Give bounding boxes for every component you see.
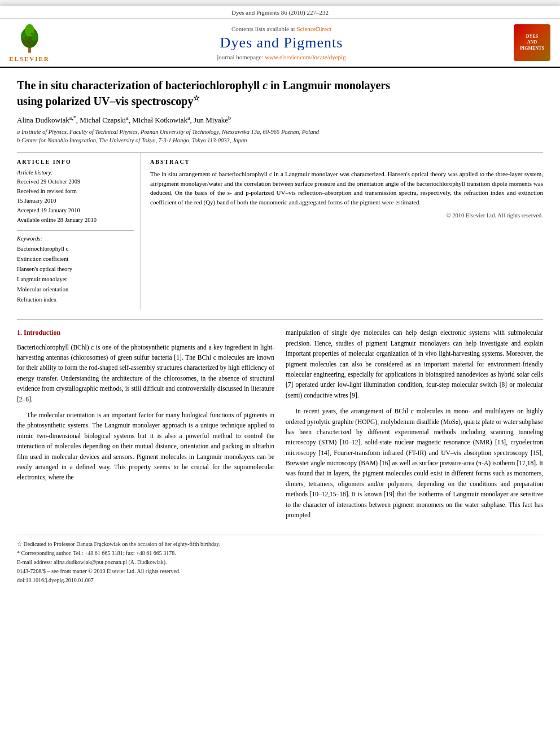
date-received1: Received 29 October 2009 Received in rev… (17, 177, 134, 225)
citation-text: Dyes and Pigments 86 (2010) 227–232 (231, 9, 329, 16)
affil-a: a Institute of Physics, Faculty of Techn… (17, 128, 543, 137)
abstract-text: The in situ arrangement of bacteriochlor… (150, 169, 543, 207)
footnotes: ☆ Dedicated to Professor Danuta Frąckowi… (17, 535, 543, 585)
article-info-heading: ARTICLE INFO (17, 159, 134, 165)
elsevier-tree-icon (14, 23, 45, 54)
journal-center: Contents lists available at ScienceDirec… (58, 23, 505, 62)
body-right-column: manipulation of single dye molecules can… (286, 327, 543, 526)
section-divider (17, 319, 543, 320)
body-para-3: manipulation of single dye molecules can… (286, 327, 543, 400)
svg-point-5 (25, 37, 27, 38)
journal-homepage-line: journal homepage: www.elsevier.com/locat… (217, 54, 345, 60)
article-content: The in situ characterization of bacterio… (0, 68, 560, 596)
article-info-column: ARTICLE INFO Article history: Received 2… (17, 153, 141, 310)
article-title: The in situ characterization of bacterio… (17, 78, 543, 109)
svg-point-4 (25, 24, 34, 37)
elsevier-label-text: ELSEVIER (9, 55, 50, 62)
sciencedirect-link[interactable]: ScienceDirect (296, 25, 331, 32)
sciencedirect-line: Contents lists available at ScienceDirec… (231, 25, 331, 32)
body-para-1: Bacteriochlorophyll (BChl) c is one of t… (17, 342, 274, 404)
journal-homepage-link[interactable]: www.elsevier.com/locate/dyepig (265, 54, 345, 60)
footnote-star: ☆ Dedicated to Professor Danuta Frąckowi… (17, 540, 543, 549)
body-para-2: The molecular orientation is an importan… (17, 410, 274, 483)
info-abstract-section: ARTICLE INFO Article history: Received 2… (17, 152, 543, 310)
journal-logo-right: DYES AND PIGMENTS (511, 23, 553, 62)
svg-point-6 (31, 33, 33, 34)
journal-header: ELSEVIER Contents lists available at Sci… (0, 19, 560, 68)
section1-heading: 1. Introduction (17, 327, 274, 338)
page: Dyes and Pigments 86 (2010) 227–232 ELSE… (0, 6, 560, 747)
affiliations: a Institute of Physics, Faculty of Techn… (17, 128, 543, 145)
footnote-issn: 0143-7208/$ – see front matter © 2010 El… (17, 567, 543, 576)
journal-title: Dyes and Pigments (220, 34, 343, 51)
svg-point-7 (28, 41, 29, 43)
footnote-corresponding: * Corresponding author. Tel.: +48 61 665… (17, 549, 543, 558)
journal-logo-box: DYES AND PIGMENTS (514, 24, 550, 61)
abstract-column: ABSTRACT The in situ arrangement of bact… (141, 153, 543, 310)
affil-b: b Center for Nanobio Integration, The Un… (17, 137, 543, 145)
copyright-text: © 2010 Elsevier Ltd. All rights reserved… (150, 212, 543, 219)
authors-line: Alina Dudkowiaka,*, Michał Czapskia, Mic… (17, 115, 543, 125)
keywords-section: Keywords: Bacteriochlorophyll c Extincti… (17, 230, 134, 304)
body-para-4: In recent years, the arrangement of BChl… (286, 406, 543, 520)
article-history: Article history: Received 29 October 200… (17, 169, 134, 225)
abstract-heading: ABSTRACT (150, 159, 543, 165)
footnote-doi: doi:10.1016/j.dyepig.2010.01.007 (17, 576, 543, 585)
elsevier-logo: ELSEVIER (7, 23, 52, 62)
footnote-email: E-mail address: alina.dudkowiak@put.pozn… (17, 558, 543, 567)
body-left-column: 1. Introduction Bacteriochlorophyll (BCh… (17, 327, 274, 526)
citation-bar: Dyes and Pigments 86 (2010) 227–232 (0, 6, 560, 19)
body-section: 1. Introduction Bacteriochlorophyll (BCh… (17, 327, 543, 526)
